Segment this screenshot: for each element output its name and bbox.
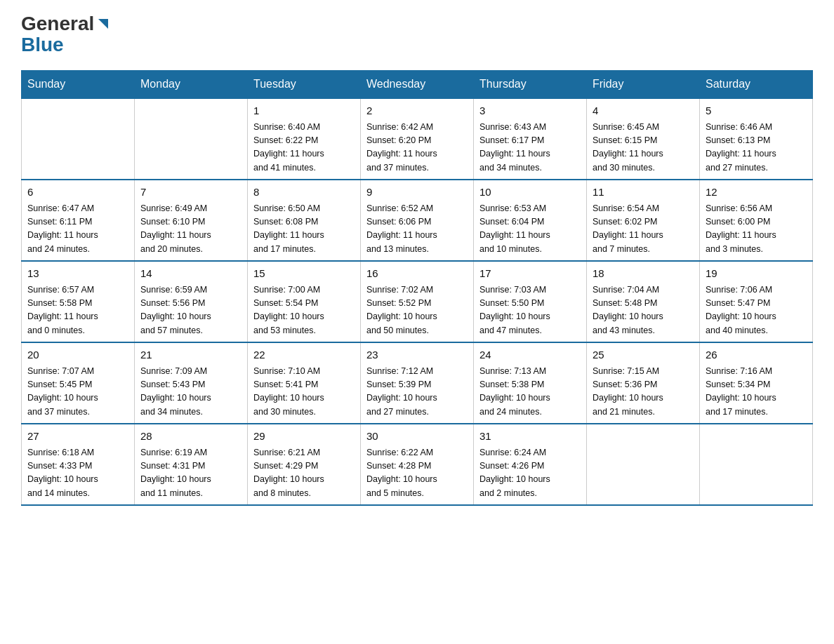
day-number: 26 <box>706 347 807 363</box>
calendar-cell <box>135 98 248 180</box>
day-number: 14 <box>140 266 241 282</box>
day-info: Sunrise: 7:00 AM Sunset: 5:54 PM Dayligh… <box>253 283 355 338</box>
day-number: 30 <box>366 429 468 445</box>
calendar-cell: 8Sunrise: 6:50 AM Sunset: 6:08 PM Daylig… <box>248 180 361 261</box>
day-number: 22 <box>253 347 355 363</box>
day-number: 15 <box>253 266 355 282</box>
day-info: Sunrise: 7:06 AM Sunset: 5:47 PM Dayligh… <box>706 283 807 338</box>
calendar-cell: 18Sunrise: 7:04 AM Sunset: 5:48 PM Dayli… <box>587 261 700 342</box>
day-info: Sunrise: 7:07 AM Sunset: 5:45 PM Dayligh… <box>27 365 128 420</box>
day-info: Sunrise: 6:56 AM Sunset: 6:00 PM Dayligh… <box>706 202 807 257</box>
calendar-cell: 16Sunrise: 7:02 AM Sunset: 5:52 PM Dayli… <box>361 261 474 342</box>
weekday-header-friday: Friday <box>587 71 700 99</box>
day-info: Sunrise: 7:13 AM Sunset: 5:38 PM Dayligh… <box>479 365 581 420</box>
day-info: Sunrise: 6:57 AM Sunset: 5:58 PM Dayligh… <box>27 283 128 338</box>
day-number: 6 <box>27 185 128 201</box>
day-info: Sunrise: 6:22 AM Sunset: 4:28 PM Dayligh… <box>366 446 468 501</box>
day-info: Sunrise: 6:21 AM Sunset: 4:29 PM Dayligh… <box>253 446 355 501</box>
calendar-cell: 17Sunrise: 7:03 AM Sunset: 5:50 PM Dayli… <box>474 261 587 342</box>
calendar-cell: 30Sunrise: 6:22 AM Sunset: 4:28 PM Dayli… <box>361 424 474 505</box>
day-number: 7 <box>140 185 241 201</box>
calendar-cell: 24Sunrise: 7:13 AM Sunset: 5:38 PM Dayli… <box>474 342 587 424</box>
day-number: 5 <box>706 103 807 119</box>
weekday-header-sunday: Sunday <box>22 71 135 99</box>
logo-blue-text: Blue <box>21 34 64 55</box>
day-number: 11 <box>593 185 694 201</box>
calendar-cell: 5Sunrise: 6:46 AM Sunset: 6:13 PM Daylig… <box>700 98 813 180</box>
day-info: Sunrise: 7:04 AM Sunset: 5:48 PM Dayligh… <box>593 283 694 338</box>
day-info: Sunrise: 7:15 AM Sunset: 5:36 PM Dayligh… <box>593 365 694 420</box>
calendar-week-row: 6Sunrise: 6:47 AM Sunset: 6:11 PM Daylig… <box>22 180 813 261</box>
day-info: Sunrise: 6:50 AM Sunset: 6:08 PM Dayligh… <box>253 202 355 257</box>
weekday-header-tuesday: Tuesday <box>248 71 361 99</box>
day-number: 28 <box>140 429 241 445</box>
calendar-cell: 19Sunrise: 7:06 AM Sunset: 5:47 PM Dayli… <box>700 261 813 342</box>
calendar-cell: 9Sunrise: 6:52 AM Sunset: 6:06 PM Daylig… <box>361 180 474 261</box>
day-number: 9 <box>366 185 468 201</box>
day-number: 23 <box>366 347 468 363</box>
day-number: 2 <box>366 103 468 119</box>
calendar-cell: 1Sunrise: 6:40 AM Sunset: 6:22 PM Daylig… <box>248 98 361 180</box>
calendar-cell: 21Sunrise: 7:09 AM Sunset: 5:43 PM Dayli… <box>135 342 248 424</box>
calendar-cell <box>22 98 135 180</box>
calendar-cell: 15Sunrise: 7:00 AM Sunset: 5:54 PM Dayli… <box>248 261 361 342</box>
day-info: Sunrise: 6:49 AM Sunset: 6:10 PM Dayligh… <box>140 202 241 257</box>
page-header: General Blue <box>21 14 813 56</box>
day-info: Sunrise: 6:19 AM Sunset: 4:31 PM Dayligh… <box>140 446 241 501</box>
calendar-cell: 7Sunrise: 6:49 AM Sunset: 6:10 PM Daylig… <box>135 180 248 261</box>
day-number: 25 <box>593 347 694 363</box>
calendar-cell: 29Sunrise: 6:21 AM Sunset: 4:29 PM Dayli… <box>248 424 361 505</box>
day-number: 13 <box>27 266 128 282</box>
day-number: 16 <box>366 266 468 282</box>
day-number: 1 <box>253 103 355 119</box>
day-number: 21 <box>140 347 241 363</box>
day-number: 31 <box>479 429 581 445</box>
day-info: Sunrise: 6:47 AM Sunset: 6:11 PM Dayligh… <box>27 202 128 257</box>
calendar-cell: 13Sunrise: 6:57 AM Sunset: 5:58 PM Dayli… <box>22 261 135 342</box>
day-info: Sunrise: 6:42 AM Sunset: 6:20 PM Dayligh… <box>366 121 468 175</box>
calendar-cell: 11Sunrise: 6:54 AM Sunset: 6:02 PM Dayli… <box>587 180 700 261</box>
day-number: 4 <box>593 103 694 119</box>
day-info: Sunrise: 7:09 AM Sunset: 5:43 PM Dayligh… <box>140 365 241 420</box>
day-info: Sunrise: 6:45 AM Sunset: 6:15 PM Dayligh… <box>593 121 694 175</box>
day-info: Sunrise: 7:03 AM Sunset: 5:50 PM Dayligh… <box>479 283 581 338</box>
day-number: 18 <box>593 266 694 282</box>
day-number: 10 <box>479 185 581 201</box>
day-info: Sunrise: 6:52 AM Sunset: 6:06 PM Dayligh… <box>366 202 468 257</box>
calendar-cell <box>587 424 700 505</box>
day-info: Sunrise: 6:46 AM Sunset: 6:13 PM Dayligh… <box>706 121 807 175</box>
day-number: 12 <box>706 185 807 201</box>
day-info: Sunrise: 6:43 AM Sunset: 6:17 PM Dayligh… <box>479 121 581 175</box>
calendar-week-row: 20Sunrise: 7:07 AM Sunset: 5:45 PM Dayli… <box>22 342 813 424</box>
weekday-header-saturday: Saturday <box>700 71 813 99</box>
calendar-cell: 14Sunrise: 6:59 AM Sunset: 5:56 PM Dayli… <box>135 261 248 342</box>
calendar-cell: 31Sunrise: 6:24 AM Sunset: 4:26 PM Dayli… <box>474 424 587 505</box>
calendar-week-row: 1Sunrise: 6:40 AM Sunset: 6:22 PM Daylig… <box>22 98 813 180</box>
calendar-cell: 10Sunrise: 6:53 AM Sunset: 6:04 PM Dayli… <box>474 180 587 261</box>
day-info: Sunrise: 6:40 AM Sunset: 6:22 PM Dayligh… <box>253 121 355 175</box>
day-info: Sunrise: 6:24 AM Sunset: 4:26 PM Dayligh… <box>479 446 581 501</box>
calendar-cell <box>700 424 813 505</box>
weekday-header-thursday: Thursday <box>474 71 587 99</box>
calendar-cell: 28Sunrise: 6:19 AM Sunset: 4:31 PM Dayli… <box>135 424 248 505</box>
calendar-cell: 27Sunrise: 6:18 AM Sunset: 4:33 PM Dayli… <box>22 424 135 505</box>
day-info: Sunrise: 6:53 AM Sunset: 6:04 PM Dayligh… <box>479 202 581 257</box>
calendar-cell: 22Sunrise: 7:10 AM Sunset: 5:41 PM Dayli… <box>248 342 361 424</box>
day-number: 27 <box>27 429 128 445</box>
day-number: 29 <box>253 429 355 445</box>
day-number: 3 <box>479 103 581 119</box>
day-info: Sunrise: 6:59 AM Sunset: 5:56 PM Dayligh… <box>140 283 241 338</box>
logo-general-text: General <box>21 14 94 34</box>
weekday-header-wednesday: Wednesday <box>361 71 474 99</box>
day-number: 24 <box>479 347 581 363</box>
weekday-header-row: SundayMondayTuesdayWednesdayThursdayFrid… <box>22 71 813 99</box>
logo: General Blue <box>21 14 111 56</box>
day-info: Sunrise: 7:16 AM Sunset: 5:34 PM Dayligh… <box>706 365 807 420</box>
calendar-cell: 3Sunrise: 6:43 AM Sunset: 6:17 PM Daylig… <box>474 98 587 180</box>
calendar-cell: 4Sunrise: 6:45 AM Sunset: 6:15 PM Daylig… <box>587 98 700 180</box>
day-number: 20 <box>27 347 128 363</box>
day-number: 17 <box>479 266 581 282</box>
calendar-cell: 6Sunrise: 6:47 AM Sunset: 6:11 PM Daylig… <box>22 180 135 261</box>
day-info: Sunrise: 7:02 AM Sunset: 5:52 PM Dayligh… <box>366 283 468 338</box>
calendar-week-row: 27Sunrise: 6:18 AM Sunset: 4:33 PM Dayli… <box>22 424 813 505</box>
